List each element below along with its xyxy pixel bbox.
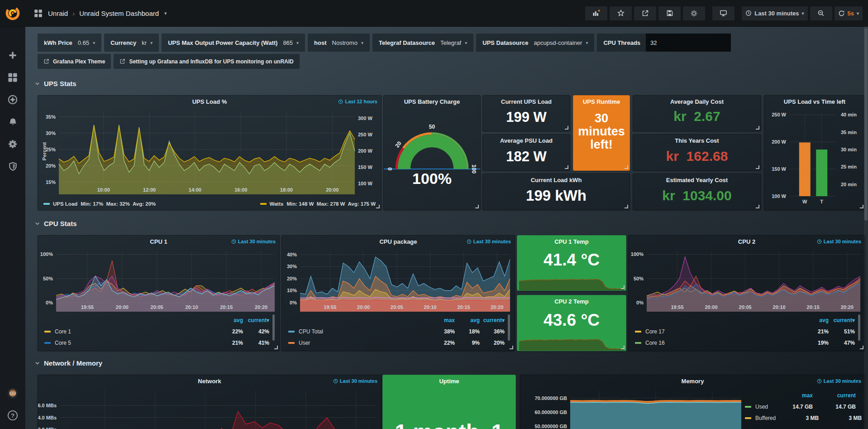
- panel-title[interactable]: UPS Load vs Time left: [764, 98, 865, 105]
- panel-resize-handle[interactable]: [510, 346, 513, 349]
- dashboard-settings-button[interactable]: [683, 6, 705, 20]
- legend-column-avg[interactable]: avg: [217, 317, 243, 323]
- breadcrumb-dashboard-title[interactable]: Unraid System Dashboard: [79, 10, 159, 17]
- panel-resize-handle[interactable]: [621, 346, 625, 349]
- dashboard-dropdown-caret-icon[interactable]: ▾: [164, 10, 167, 16]
- legend-row[interactable]: Core 1619%47%: [635, 337, 855, 348]
- variable-telegraf-datasource[interactable]: Telegraf Datasource Telegraf▾: [372, 34, 473, 52]
- apps-grid-icon[interactable]: [33, 8, 43, 19]
- legend-row[interactable]: User22%9%20%: [288, 337, 505, 348]
- panel-resize-handle[interactable]: [565, 126, 568, 130]
- time-range-picker[interactable]: Last 30 minutes ▾: [742, 6, 807, 20]
- help-icon[interactable]: ?: [7, 410, 18, 421]
- panel-title[interactable]: Current Load kWh: [483, 177, 630, 183]
- panel-title[interactable]: CPU 2 Temp: [517, 298, 626, 305]
- legend-column-current[interactable]: current: [813, 392, 856, 399]
- variable-ups-datasource[interactable]: UPS Datasource apcupsd-container▾: [476, 34, 594, 52]
- panel-resize-handle[interactable]: [621, 285, 625, 289]
- variable-kwh-price[interactable]: kWh Price 0.65▾: [38, 34, 101, 52]
- panel-title[interactable]: UPS Runtime: [573, 98, 630, 105]
- section-ups-stats[interactable]: UPS Stats: [34, 80, 76, 87]
- panel-title[interactable]: UPS Battery Charge: [384, 98, 480, 105]
- legend-column-current[interactable]: current▾: [829, 317, 855, 323]
- section-cpu-stats[interactable]: CPU Stats: [34, 220, 77, 227]
- server-admin-shield-icon[interactable]: [7, 161, 18, 172]
- panel-title[interactable]: Estimated Yearly Cost: [633, 177, 761, 183]
- panel-time-range[interactable]: Last 12 hours: [338, 99, 377, 104]
- legend-row[interactable]: Core 1721%51%: [635, 326, 855, 337]
- panel-title[interactable]: Current UPS Load: [483, 98, 570, 105]
- legend-column-avg[interactable]: avg: [802, 317, 829, 323]
- panel-resize-handle[interactable]: [756, 126, 759, 130]
- panel-resize-handle[interactable]: [475, 205, 479, 208]
- user-avatar[interactable]: [7, 388, 18, 399]
- alerting-bell-icon[interactable]: [7, 116, 18, 127]
- zoom-out-time-button[interactable]: [810, 6, 832, 20]
- legend-scrollbar[interactable]: [272, 314, 275, 341]
- panel-title[interactable]: Average PSU Load: [483, 137, 570, 144]
- legend-column-current[interactable]: current▾: [480, 317, 505, 323]
- panel-title[interactable]: Network: [38, 378, 381, 385]
- panel-time-range[interactable]: Last 30 minutes: [817, 378, 861, 384]
- legend-row[interactable]: CPU Total38%18%36%: [288, 326, 505, 337]
- legend-column-avg[interactable]: avg: [455, 317, 480, 323]
- breadcrumb-section[interactable]: Unraid: [48, 10, 68, 17]
- legend-item-watts[interactable]: WattsMin: 148 W Max: 278 W Avg: 175 W: [260, 201, 376, 207]
- panel-time-range[interactable]: Last 30 minutes: [817, 239, 861, 244]
- panel-title[interactable]: Uptime: [383, 378, 515, 385]
- cpu2-chart[interactable]: 19:5520:0020:0520:1020:1520:200%50%100%: [629, 248, 865, 312]
- variable-host[interactable]: host Nostromo▾: [308, 34, 370, 52]
- legend-column-current[interactable]: current▾: [243, 317, 269, 323]
- tv-kiosk-mode-button[interactable]: [712, 6, 734, 20]
- legend-scrollbar[interactable]: [508, 314, 510, 341]
- panel-time-range[interactable]: Last 30 minutes: [231, 239, 276, 244]
- variable-currency[interactable]: Currency kr▾: [104, 34, 159, 52]
- add-panel-button[interactable]: [585, 6, 607, 20]
- panel-time-range[interactable]: Last 30 minutes: [467, 239, 511, 244]
- legend-row[interactable]: Buffered3 MB3 MB: [745, 412, 856, 424]
- panel-resize-handle[interactable]: [625, 165, 628, 169]
- panel-resize-handle[interactable]: [625, 205, 628, 208]
- star-dashboard-button[interactable]: [610, 6, 632, 20]
- legend-column-max[interactable]: max: [430, 317, 455, 323]
- legend-row[interactable]: Core 122%42%: [44, 326, 269, 337]
- configuration-gear-icon[interactable]: [7, 139, 18, 149]
- refresh-button[interactable]: 5s ▾: [835, 6, 863, 20]
- panel-title[interactable]: This Years Cost: [633, 137, 761, 144]
- legend-item-ups-load[interactable]: UPS LoadMin: 17% Max: 32% Avg: 20%: [43, 201, 156, 207]
- create-plus-icon[interactable]: [7, 50, 18, 61]
- legend-scrollbar[interactable]: [858, 314, 860, 341]
- cpu-threads-input[interactable]: [646, 34, 731, 52]
- panel-title[interactable]: UPS Load %: [38, 98, 381, 105]
- battery-gauge[interactable]: 02050100100%: [384, 108, 480, 206]
- panel-resize-handle[interactable]: [860, 205, 863, 208]
- page-scrollbar-thumb[interactable]: [864, 28, 868, 221]
- panel-resize-handle[interactable]: [860, 346, 863, 349]
- section-network-memory[interactable]: Network / Memory: [34, 359, 102, 367]
- explore-compass-icon[interactable]: [7, 94, 18, 105]
- share-dashboard-button[interactable]: [634, 6, 656, 20]
- cpu1-chart[interactable]: 19:5520:0020:0520:1020:1520:200%50%100%: [38, 248, 279, 312]
- save-dashboard-button[interactable]: [658, 6, 681, 20]
- legend-row[interactable]: Core 521%41%: [44, 337, 269, 348]
- legend-row[interactable]: Used14.7 GB14.7 GB: [745, 401, 856, 412]
- memory-chart[interactable]: 50.000000 GB60.000000 GB70.000000 GB: [520, 388, 745, 429]
- ups-load-vs-time-chart[interactable]: 100 W150 W200 W250 W20 min25 min30 min35…: [764, 109, 865, 207]
- ups-load-chart[interactable]: 10:0012:0014:0016:0018:0020:0015%20%25%3…: [38, 108, 381, 194]
- panel-resize-handle[interactable]: [274, 346, 278, 349]
- link-ups-monitoring-guide[interactable]: Setting up Grafana and InfluxDB for UPS …: [114, 54, 299, 69]
- panel-title[interactable]: Average Daily Cost: [633, 98, 761, 105]
- network-chart[interactable]: 19:5520:0020:0520:1020:1520:202.0 MBs4.0…: [38, 388, 381, 429]
- panel-title[interactable]: Memory: [520, 378, 865, 385]
- legend-column-max[interactable]: max: [770, 392, 813, 399]
- grafana-logo-icon[interactable]: [0, 0, 25, 26]
- link-grafana-plex-theme[interactable]: Grafana Plex Theme: [38, 54, 111, 69]
- panel-time-range[interactable]: Last 30 minutes: [333, 378, 377, 384]
- panel-resize-handle[interactable]: [376, 205, 380, 208]
- dashboards-icon[interactable]: [7, 72, 18, 83]
- panel-resize-handle[interactable]: [756, 205, 759, 208]
- panel-title[interactable]: CPU 1 Temp: [517, 238, 626, 245]
- panel-resize-handle[interactable]: [565, 165, 568, 169]
- variable-ups-max-output[interactable]: UPS Max Output Power Capacity (Watt) 865…: [162, 34, 305, 52]
- cpu-package-chart[interactable]: 19:5520:0020:0520:1020:1520:200%10%20%30…: [282, 248, 515, 312]
